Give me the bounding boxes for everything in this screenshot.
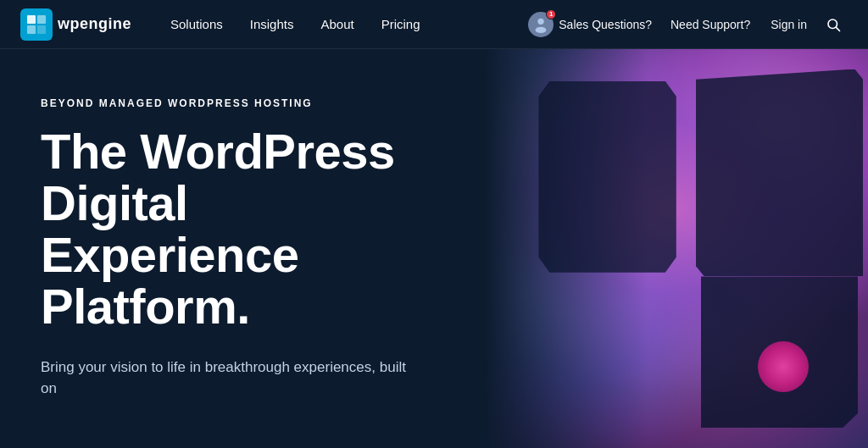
hero-eyebrow: BEYOND MANAGED WORDPRESS HOSTING bbox=[41, 97, 407, 109]
hero-heading: The WordPress Digital Experience Platfor… bbox=[41, 126, 407, 333]
hero-subtext: Bring your vision to life in breakthroug… bbox=[41, 357, 407, 400]
search-icon bbox=[826, 17, 841, 32]
sign-in-link[interactable]: Sign in bbox=[762, 13, 815, 36]
chat-avatar: 1 bbox=[528, 12, 554, 37]
main-nav: Solutions Insights About Pricing bbox=[159, 12, 521, 36]
geo-panel-topleft bbox=[538, 81, 676, 273]
hero-heading-line3: Platform. bbox=[41, 279, 250, 334]
notification-badge: 1 bbox=[546, 9, 556, 19]
need-support-link[interactable]: Need Support? bbox=[662, 13, 759, 36]
nav-solutions[interactable]: Solutions bbox=[159, 12, 235, 36]
svg-rect-2 bbox=[27, 25, 36, 34]
svg-point-4 bbox=[538, 18, 544, 24]
logo-icon bbox=[20, 8, 53, 41]
nav-about[interactable]: About bbox=[309, 12, 365, 36]
logo-wordmark: wpengine bbox=[58, 15, 131, 33]
hero-heading-line2: Digital Experience bbox=[41, 175, 299, 282]
site-header: wpengine Solutions Insights About Pricin… bbox=[0, 0, 868, 49]
sales-questions-label: Sales Questions? bbox=[559, 18, 652, 31]
svg-line-7 bbox=[836, 27, 839, 30]
svg-rect-0 bbox=[27, 15, 36, 24]
svg-point-5 bbox=[536, 26, 547, 32]
logo-area[interactable]: wpengine bbox=[20, 8, 131, 41]
geo-panel-topright bbox=[696, 69, 863, 277]
logo-svg bbox=[25, 14, 47, 36]
hero-visual bbox=[376, 49, 868, 448]
header-right: 1 Sales Questions? Need Support? Sign in bbox=[521, 7, 848, 42]
svg-rect-3 bbox=[37, 25, 46, 34]
search-button[interactable] bbox=[819, 12, 848, 37]
sales-questions-button[interactable]: 1 Sales Questions? bbox=[521, 7, 659, 42]
hero-section: BEYOND MANAGED WORDPRESS HOSTING The Wor… bbox=[0, 49, 868, 448]
svg-rect-1 bbox=[37, 15, 46, 24]
hero-heading-line1: The WordPress bbox=[41, 124, 395, 179]
nav-pricing[interactable]: Pricing bbox=[370, 12, 432, 36]
nav-insights[interactable]: Insights bbox=[238, 12, 306, 36]
hero-content: BEYOND MANAGED WORDPRESS HOSTING The Wor… bbox=[0, 49, 441, 448]
